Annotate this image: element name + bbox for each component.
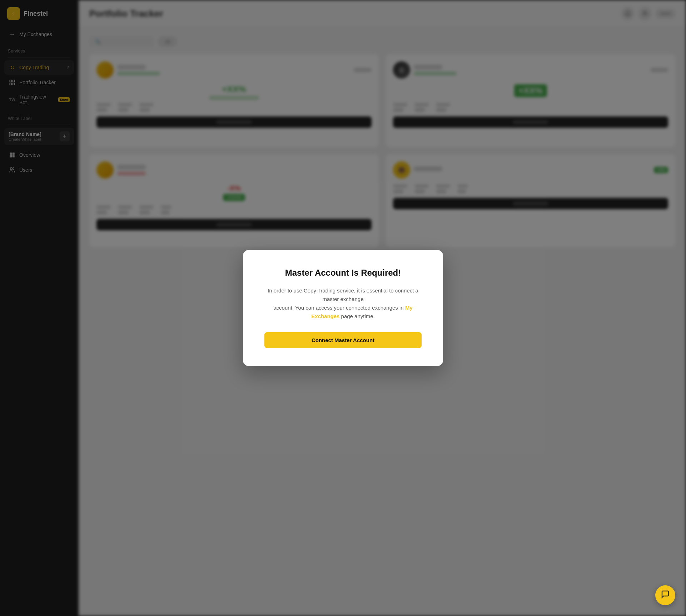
modal-body: In order to use Copy Trading service, it… (264, 286, 422, 321)
master-account-modal: Master Account Is Required! In order to … (243, 250, 443, 366)
modal-title: Master Account Is Required! (264, 268, 422, 278)
modal-body-line1: In order to use Copy Trading service, it… (268, 287, 418, 302)
chat-support-button[interactable] (655, 585, 675, 605)
modal-body-line2: account. You can access your connected e… (273, 305, 403, 311)
modal-body-line3: page anytime. (341, 313, 375, 319)
connect-master-account-button[interactable]: Connect Master Account (264, 332, 422, 348)
chat-icon (661, 590, 670, 601)
modal-overlay: Master Account Is Required! In order to … (0, 0, 686, 616)
